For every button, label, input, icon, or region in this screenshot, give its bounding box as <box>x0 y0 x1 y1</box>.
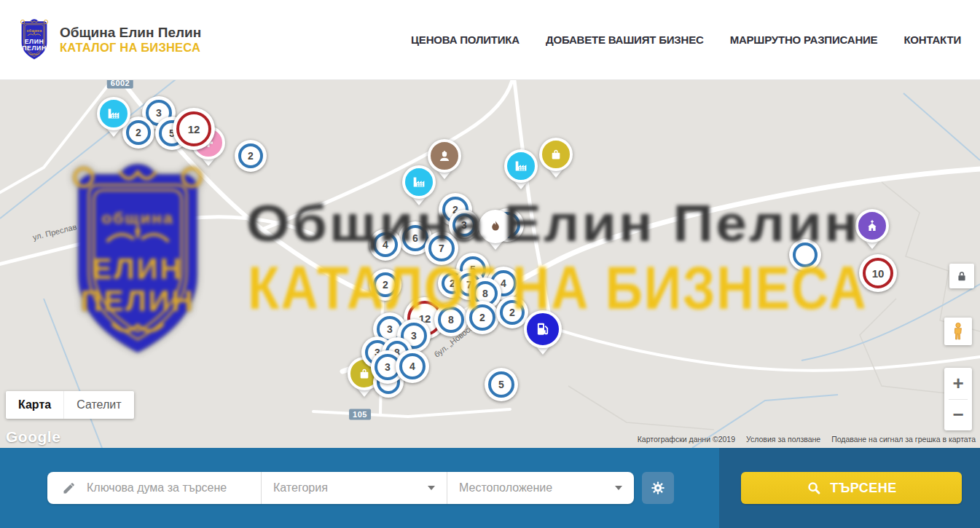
lock-icon <box>954 269 969 283</box>
map-type-control: Карта Сателит <box>6 391 134 419</box>
map-canvas[interactable]: 325122235647522748128223338345106002105у… <box>0 80 980 448</box>
factory-icon <box>106 106 122 122</box>
google-logo[interactable]: Google <box>6 428 60 446</box>
search-fields: Категория Местоположение <box>47 472 634 504</box>
worker-icon <box>436 148 452 164</box>
factory-marker[interactable] <box>504 149 538 183</box>
attribution-report-link[interactable]: Подаване на сигнал за грешка в картата <box>831 435 976 444</box>
road-number-label: 105 <box>349 409 371 420</box>
watermark-emblem: община ЕЛИН ПЕЛИН <box>60 154 215 370</box>
location-select-label: Местоположение <box>459 481 552 494</box>
street-view-pegman[interactable] <box>944 318 972 345</box>
search-icon <box>806 480 822 496</box>
shopping-marker[interactable] <box>539 138 573 171</box>
map-cluster[interactable]: 5 <box>485 368 518 401</box>
zoom-control: + − <box>944 368 972 430</box>
svg-text:община: община <box>102 208 174 227</box>
factory-icon <box>411 174 427 190</box>
search-submit-label: ТЪРСЕНЕ <box>830 481 897 496</box>
watermark-title: Община Елин Пелин <box>246 198 861 249</box>
header: община ЕЛИН ПЕЛИН Община Елин Пелин КАТА… <box>0 0 980 80</box>
pegman-icon <box>949 322 967 341</box>
nav-add-business[interactable]: ДОБАВЕТЕ ВАШИЯТ БИЗНЕС <box>546 34 704 46</box>
bag-icon <box>548 146 564 162</box>
svg-text:ПЕЛИН: ПЕЛИН <box>81 284 195 318</box>
gear-icon <box>650 480 666 496</box>
church-icon <box>864 218 880 234</box>
location-select[interactable]: Местоположение <box>447 472 634 504</box>
site-subtitle: КАТАЛОГ НА БИЗНЕСА <box>60 41 201 55</box>
map-type-map-button[interactable]: Карта <box>6 391 63 419</box>
svg-text:ПЕЛИН: ПЕЛИН <box>22 44 47 52</box>
main-nav: ЦЕНОВА ПОЛИТИКА ДОБАВЕТЕ ВАШИЯТ БИЗНЕС М… <box>411 34 961 46</box>
search-bar: Категория Местоположение <box>0 448 980 528</box>
chevron-down-icon <box>615 486 622 490</box>
site-logo[interactable]: община ЕЛИН ПЕЛИН Община Елин Пелин КАТА… <box>16 17 201 63</box>
nav-pricing[interactable]: ЦЕНОВА ПОЛИТИКА <box>411 34 520 46</box>
zoom-in-button[interactable]: + <box>944 369 972 399</box>
svg-text:община: община <box>26 28 42 32</box>
map-type-satellite-button[interactable]: Сателит <box>63 391 133 419</box>
category-select-label: Категория <box>273 481 328 494</box>
services-marker[interactable] <box>428 139 461 173</box>
category-select[interactable]: Категория <box>261 472 447 504</box>
keyword-section <box>47 472 261 504</box>
pencil-icon <box>62 481 77 495</box>
svg-text:ЕЛИН: ЕЛИН <box>25 37 44 44</box>
map-cluster[interactable]: 12 <box>173 108 215 150</box>
nav-contacts[interactable]: КОНТАКТИ <box>903 34 961 46</box>
search-submit-button[interactable]: ТЪРСЕНЕ <box>741 472 962 504</box>
map-attribution: Картографски данни ©2019 Условия за полз… <box>638 435 976 444</box>
map-cluster[interactable]: 2 <box>235 140 267 172</box>
zoom-out-button[interactable]: − <box>944 400 972 430</box>
factory-icon <box>513 158 529 174</box>
nav-route-schedule[interactable]: МАРШРУТНО РАЗПИСАНИЕ <box>730 34 878 46</box>
watermark-subtitle: КАТАЛОГ НА БИЗНЕСА <box>248 257 868 318</box>
advanced-settings-button[interactable] <box>642 472 674 504</box>
attribution-terms-link[interactable]: Условия за ползване <box>746 435 820 444</box>
lock-button[interactable] <box>949 264 974 288</box>
attribution-copyright: Картографски данни ©2019 <box>638 435 735 444</box>
road-number-label: 6002 <box>107 80 133 89</box>
fuel-icon <box>533 320 552 339</box>
map-cluster[interactable]: 4 <box>396 350 429 383</box>
chevron-down-icon <box>428 486 435 490</box>
keyword-input[interactable] <box>85 481 252 495</box>
site-title: Община Елин Пелин <box>60 25 201 41</box>
svg-text:ЕЛИН: ЕЛИН <box>93 252 184 285</box>
municipality-emblem-icon: община ЕЛИН ПЕЛИН <box>16 17 52 63</box>
factory-marker[interactable] <box>97 97 130 130</box>
bag-icon <box>356 366 372 382</box>
